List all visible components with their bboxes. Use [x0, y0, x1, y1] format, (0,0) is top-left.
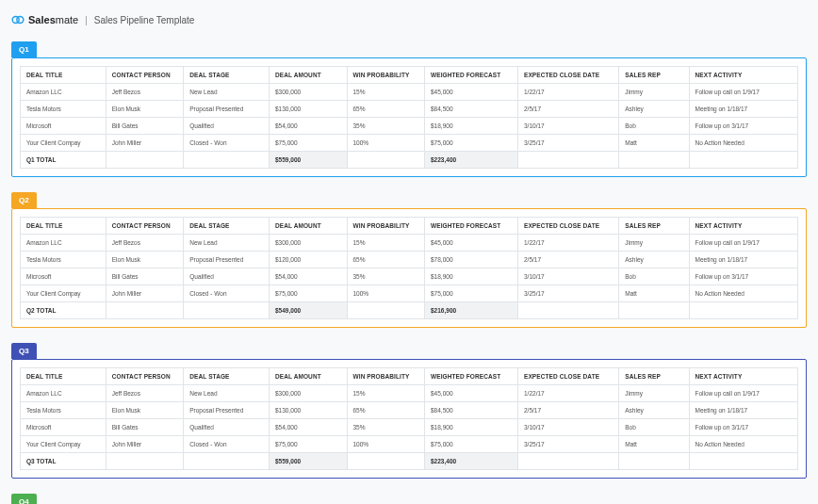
- table-cell: Follow up call on 1/9/17: [689, 84, 798, 101]
- svg-point-1: [17, 17, 24, 24]
- column-header: WIN PROBABILITY: [347, 67, 425, 84]
- table-cell: 1/22/17: [518, 385, 619, 402]
- empty-cell: [619, 302, 689, 319]
- table-row[interactable]: Your Client CompayJohn MillerClosed - Wo…: [21, 135, 798, 152]
- table-cell: Proposal Presented: [184, 402, 270, 419]
- quarter-block-q1: Q1DEAL TITLECONTACT PERSONDEAL STAGEDEAL…: [11, 41, 807, 177]
- table-wrap: DEAL TITLECONTACT PERSONDEAL STAGEDEAL A…: [11, 359, 807, 479]
- table-cell: Jimmy: [619, 385, 689, 402]
- column-header: DEAL STAGE: [184, 218, 270, 235]
- total-row: Q2 TOTAL$549,000$216,900: [21, 302, 798, 319]
- table-cell: $75,000: [270, 135, 348, 152]
- total-cell: $216,900: [425, 302, 518, 319]
- table-cell: 15%: [347, 235, 425, 252]
- total-cell: Q1 TOTAL: [21, 152, 106, 169]
- table-row[interactable]: Amazon LLCJeff BezosNew Lead$300,00015%$…: [21, 84, 798, 101]
- table-cell: 1/22/17: [518, 84, 619, 101]
- table-row[interactable]: Tesla MotorsElon MuskProposal Presented$…: [21, 101, 798, 118]
- empty-cell: [184, 302, 270, 319]
- table-row[interactable]: Your Client CompayJohn MillerClosed - Wo…: [21, 285, 798, 302]
- page-title: Sales Pipeline Template: [94, 15, 195, 25]
- column-header: CONTACT PERSON: [106, 368, 184, 385]
- table-wrap: DEAL TITLECONTACT PERSONDEAL STAGEDEAL A…: [11, 57, 807, 177]
- empty-cell: [184, 152, 270, 169]
- table-cell: $300,000: [270, 385, 348, 402]
- table-cell: 15%: [347, 84, 425, 101]
- table-cell: John Miller: [106, 135, 184, 152]
- empty-cell: [518, 152, 619, 169]
- table-cell: Proposal Presented: [184, 101, 270, 118]
- column-header: WEIGHTED FORECAST: [425, 368, 518, 385]
- quarter-tab-q3[interactable]: Q3: [11, 343, 37, 359]
- table-cell: 3/25/17: [518, 436, 619, 453]
- empty-cell: [518, 302, 619, 319]
- table-row[interactable]: Tesla MotorsElon MuskProposal Presented$…: [21, 402, 798, 419]
- table-cell: $75,000: [425, 135, 518, 152]
- column-header: SALES REP: [619, 67, 689, 84]
- empty-cell: [347, 453, 425, 470]
- table-cell: $84,500: [425, 402, 518, 419]
- quarter-block-q3: Q3DEAL TITLECONTACT PERSONDEAL STAGEDEAL…: [11, 343, 807, 479]
- table-row[interactable]: MicrosoftBill GatesQualified$54,00035%$1…: [21, 419, 798, 436]
- table-cell: Closed - Won: [184, 285, 270, 302]
- column-header: NEXT ACTIVITY: [689, 218, 798, 235]
- empty-cell: [619, 453, 689, 470]
- quarter-tab-q1[interactable]: Q1: [11, 41, 37, 57]
- empty-cell: [518, 453, 619, 470]
- table-cell: Bob: [619, 118, 689, 135]
- table-cell: New Lead: [184, 235, 270, 252]
- total-row: Q1 TOTAL$559,000$223,400: [21, 152, 798, 169]
- table-cell: New Lead: [184, 385, 270, 402]
- table-cell: Qualified: [184, 268, 270, 285]
- table-cell: Jimmy: [619, 235, 689, 252]
- table-row[interactable]: Tesla MotorsElon MuskProposal Presented$…: [21, 252, 798, 268]
- quarter-tab-q2[interactable]: Q2: [11, 192, 37, 208]
- table-cell: Ashley: [619, 402, 689, 419]
- table-row[interactable]: Amazon LLCJeff BezosNew Lead$300,00015%$…: [21, 385, 798, 402]
- title-divider: |: [85, 15, 88, 25]
- column-header: DEAL STAGE: [184, 67, 270, 84]
- table-cell: Microsoft: [21, 419, 106, 436]
- table-cell: Your Client Compay: [21, 436, 106, 453]
- quarter-tab-q4[interactable]: Q4: [11, 494, 37, 504]
- column-header: SALES REP: [619, 218, 689, 235]
- table-cell: Meeting on 1/18/17: [689, 252, 798, 268]
- table-cell: Elon Musk: [106, 402, 184, 419]
- table-cell: $54,000: [270, 419, 348, 436]
- table-cell: New Lead: [184, 84, 270, 101]
- table-cell: Tesla Motors: [21, 252, 106, 268]
- table-row[interactable]: MicrosoftBill GatesQualified$54,00035%$1…: [21, 268, 798, 285]
- table-row[interactable]: Amazon LLCJeff BezosNew Lead$300,00015%$…: [21, 235, 798, 252]
- table-cell: Follow up call on 1/9/17: [689, 385, 798, 402]
- table-cell: 3/25/17: [518, 135, 619, 152]
- table-cell: Amazon LLC: [21, 235, 106, 252]
- table-cell: $45,000: [425, 84, 518, 101]
- table-row[interactable]: MicrosoftBill GatesQualified$54,00035%$1…: [21, 118, 798, 135]
- table-cell: $300,000: [270, 235, 348, 252]
- table-cell: Ashley: [619, 252, 689, 268]
- empty-cell: [106, 302, 184, 319]
- column-header: NEXT ACTIVITY: [689, 368, 798, 385]
- pipeline-table: DEAL TITLECONTACT PERSONDEAL STAGEDEAL A…: [20, 217, 798, 319]
- table-cell: Jeff Bezos: [106, 84, 184, 101]
- column-header: EXPECTED CLOSE DATE: [518, 67, 619, 84]
- column-header: DEAL AMOUNT: [270, 67, 348, 84]
- table-cell: 100%: [347, 436, 425, 453]
- column-header: DEAL TITLE: [21, 218, 106, 235]
- total-cell: $559,000: [270, 453, 348, 470]
- column-header: NEXT ACTIVITY: [689, 67, 798, 84]
- table-cell: Amazon LLC: [21, 385, 106, 402]
- table-header-row: DEAL TITLECONTACT PERSONDEAL STAGEDEAL A…: [21, 67, 798, 84]
- table-row[interactable]: Your Client CompayJohn MillerClosed - Wo…: [21, 436, 798, 453]
- table-cell: No Action Needed: [689, 285, 798, 302]
- table-cell: Qualified: [184, 419, 270, 436]
- table-cell: $78,000: [425, 252, 518, 268]
- quarter-block-q2: Q2DEAL TITLECONTACT PERSONDEAL STAGEDEAL…: [11, 192, 807, 328]
- column-header: EXPECTED CLOSE DATE: [518, 218, 619, 235]
- table-cell: $18,900: [425, 118, 518, 135]
- table-cell: $75,000: [270, 285, 348, 302]
- table-cell: Meeting on 1/18/17: [689, 101, 798, 118]
- total-cell: Q2 TOTAL: [21, 302, 106, 319]
- total-row: Q3 TOTAL$559,000$223,400: [21, 453, 798, 470]
- table-cell: 100%: [347, 285, 425, 302]
